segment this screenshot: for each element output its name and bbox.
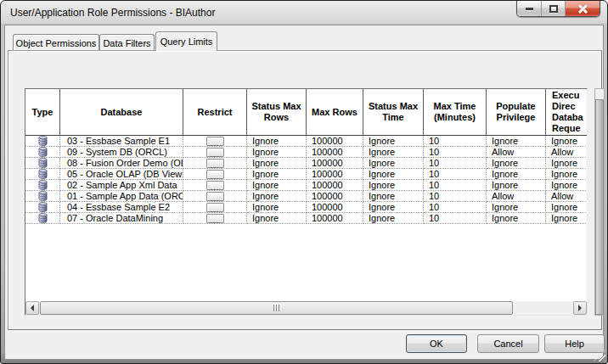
tab-label: Data Filters [103, 38, 150, 48]
scroll-left-button[interactable] [25, 301, 39, 315]
max-time-cell: 10 [424, 202, 487, 213]
tab-data-filters[interactable]: Data Filters [99, 34, 155, 51]
tab-object-permissions[interactable]: Object Permissions [13, 34, 99, 51]
max-time-cell: 10 [424, 169, 487, 180]
max-rows-cell: 100000 [307, 136, 363, 147]
populate-privilege-cell: Ignore [487, 213, 546, 224]
restrict-ellipsis-button[interactable]: ... [206, 203, 224, 212]
database-name-cell: 08 - Fusion Order Demo (OLT [60, 158, 183, 169]
right-arrow-icon [578, 305, 585, 311]
column-header-type[interactable]: Type [25, 89, 60, 135]
restrict-ellipsis-button[interactable]: ... [206, 137, 224, 146]
close-button[interactable] [565, 1, 600, 16]
scroll-right-button[interactable] [573, 301, 587, 315]
database-name-cell: 05 - Oracle OLAP (DB Views) [60, 169, 183, 180]
status-max-rows-cell: Ignore [247, 147, 307, 158]
database-icon [38, 191, 48, 201]
execute-direct-cell: Ignore [546, 169, 588, 180]
max-rows-cell: 100000 [307, 147, 363, 158]
database-name-cell: 04 - Essbase Sample E2 [60, 202, 183, 213]
status-max-time-cell: Ignore [363, 136, 424, 147]
window-title: User/Application Role Permissions - BIAu… [10, 7, 215, 19]
type-cell [25, 180, 60, 191]
horizontal-scrollbar[interactable] [25, 301, 587, 315]
table-row[interactable]: 01 - Sample App Data (ORCL) ... Ignore 1… [25, 191, 588, 202]
table-body: 03 - Essbase Sample E1 ... Ignore 100000… [25, 136, 588, 224]
database-icon [38, 169, 48, 179]
type-cell [25, 158, 60, 169]
execute-direct-cell: Ignore [546, 136, 588, 147]
max-rows-cell: 100000 [307, 180, 363, 191]
populate-privilege-cell: Ignore [487, 136, 546, 147]
titlebar[interactable]: User/Application Role Permissions - BIAu… [1, 1, 607, 25]
status-max-rows-cell: Ignore [247, 191, 307, 202]
restrict-ellipsis-button[interactable]: ... [206, 214, 224, 223]
vertical-scrollbar-thumb[interactable] [595, 99, 604, 315]
maximize-icon [549, 5, 558, 13]
table-row[interactable]: 03 - Essbase Sample E1 ... Ignore 100000… [25, 136, 588, 147]
database-name-cell: 01 - Sample App Data (ORCL) [60, 191, 183, 202]
table-row[interactable]: 08 - Fusion Order Demo (OLT ... Ignore 1… [25, 158, 588, 169]
table-header-row: Type Database Restrict Status MaxRows Ma… [25, 89, 588, 136]
max-time-cell: 10 [424, 213, 487, 224]
restrict-cell: ... [183, 136, 247, 147]
populate-privilege-cell: Allow [487, 191, 546, 202]
max-rows-cell: 100000 [307, 158, 363, 169]
minimize-button[interactable] [517, 1, 541, 16]
table-row[interactable]: 05 - Oracle OLAP (DB Views) ... Ignore 1… [25, 169, 588, 180]
max-rows-cell: 100000 [307, 169, 363, 180]
database-icon [38, 213, 48, 223]
database-icon [38, 180, 48, 190]
column-header-max-rows[interactable]: Max Rows [307, 89, 363, 135]
status-max-time-cell: Ignore [363, 202, 424, 213]
column-header-database[interactable]: Database [60, 89, 183, 135]
execute-direct-cell: Ignore [546, 202, 588, 213]
type-cell [25, 191, 60, 202]
max-rows-cell: 100000 [307, 191, 363, 202]
status-max-time-cell: Ignore [363, 180, 424, 191]
column-header-populate-privilege[interactable]: PopulatePrivilege [487, 89, 546, 135]
status-max-rows-cell: Ignore [247, 136, 307, 147]
left-arrow-icon [27, 305, 34, 311]
status-max-time-cell: Ignore [363, 191, 424, 202]
restrict-ellipsis-button[interactable]: ... [206, 192, 224, 201]
status-max-time-cell: Ignore [363, 158, 424, 169]
column-header-execute-direct-database-requests[interactable]: ExecuDirecDatabaReque [546, 89, 588, 135]
database-icon [38, 136, 48, 146]
max-time-cell: 10 [424, 191, 487, 202]
type-cell [25, 136, 60, 147]
status-max-rows-cell: Ignore [247, 180, 307, 191]
type-cell [25, 213, 60, 224]
column-header-restrict[interactable]: Restrict [183, 89, 247, 135]
horizontal-scrollbar-thumb[interactable] [40, 301, 513, 315]
restrict-cell: ... [183, 180, 247, 191]
table-row[interactable]: 04 - Essbase Sample E2 ... Ignore 100000… [25, 202, 588, 213]
help-button[interactable]: Help [544, 334, 605, 353]
table-row[interactable]: 07 - Oracle DataMining ... Ignore 100000… [25, 213, 588, 224]
column-header-max-time-minutes[interactable]: Max Time(Minutes) [424, 89, 487, 135]
cancel-button[interactable]: Cancel [477, 334, 539, 353]
restrict-cell: ... [183, 169, 247, 180]
max-time-cell: 10 [424, 158, 487, 169]
table-row[interactable]: 09 - System DB (ORCL) ... Ignore 100000 … [25, 147, 588, 158]
column-header-status-max-rows[interactable]: Status MaxRows [247, 89, 307, 135]
table-scroll-area: Type Database Restrict Status MaxRows Ma… [25, 88, 588, 316]
restrict-cell: ... [183, 158, 247, 169]
grip-icon [273, 305, 280, 311]
close-icon [577, 3, 588, 14]
database-icon [38, 147, 48, 157]
tab-query-limits[interactable]: Query Limits [155, 31, 217, 51]
restrict-ellipsis-button[interactable]: ... [206, 181, 224, 190]
table-row[interactable]: 02 - Sample App Xml Data ... Ignore 1000… [25, 180, 588, 191]
restrict-ellipsis-button[interactable]: ... [206, 148, 224, 157]
column-header-status-max-time[interactable]: Status MaxTime [363, 89, 424, 135]
ok-button[interactable]: OK [406, 334, 467, 353]
restrict-ellipsis-button[interactable]: ... [206, 159, 224, 168]
database-name-cell: 03 - Essbase Sample E1 [60, 136, 183, 147]
restrict-ellipsis-button[interactable]: ... [206, 170, 224, 179]
restrict-cell: ... [183, 147, 247, 158]
vertical-scrollbar[interactable] [594, 88, 605, 316]
type-cell [25, 147, 60, 158]
status-max-rows-cell: Ignore [247, 202, 307, 213]
maximize-button[interactable] [541, 1, 565, 16]
